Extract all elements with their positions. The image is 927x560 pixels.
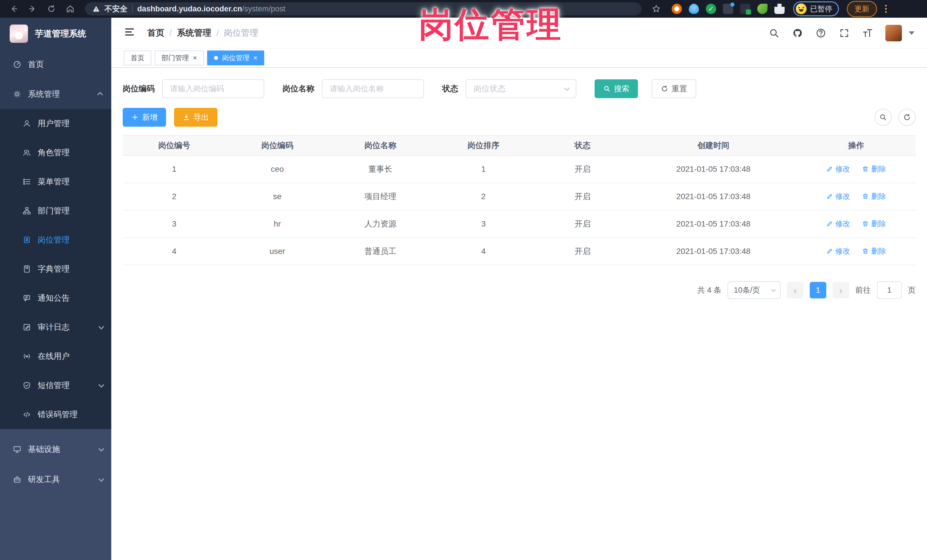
browser-toolbar: 不安全 dashboard.yudao.iocoder.cn/system/po…	[0, 0, 927, 18]
sidebar-item-roles[interactable]: 角色管理	[0, 138, 111, 167]
download-icon	[182, 114, 190, 121]
help-icon[interactable]	[815, 27, 827, 39]
pencil-icon	[826, 247, 833, 255]
sidebar-item-dev-tools[interactable]: 研发工具	[0, 464, 111, 495]
delete-link[interactable]: 删除	[862, 164, 886, 174]
sidebar-item-departments[interactable]: 部门管理	[0, 196, 111, 225]
sms-shield-icon	[22, 381, 31, 390]
tab-departments[interactable]: 部门管理 ×	[155, 50, 204, 65]
audit-log-icon	[22, 323, 31, 332]
font-size-icon[interactable]	[862, 27, 873, 39]
tab-label: 首页	[131, 53, 144, 62]
status-select[interactable]: 岗位状态	[466, 79, 576, 98]
delete-link[interactable]: 删除	[862, 246, 886, 256]
url-text: dashboard.yudao.iocoder.cn/system/post	[137, 4, 285, 14]
table-row: 3 hr 人力资源 3 开启 2021-01-05 17:03:48 修改 删除	[123, 210, 916, 238]
sidebar-item-sms[interactable]: 短信管理	[0, 371, 111, 400]
address-divider	[132, 5, 133, 13]
app-title: 芋道管理系统	[35, 28, 86, 39]
col-post-sort: 岗位排序	[432, 135, 535, 155]
paused-extension-badge[interactable]: 已暂停	[793, 2, 839, 16]
post-name-input[interactable]	[322, 79, 424, 98]
cell-post-name: 普通员工	[329, 238, 432, 265]
gear-icon	[12, 90, 22, 99]
sidebar-item-notice[interactable]: 通知公告	[0, 284, 111, 313]
tab-home[interactable]: 首页	[124, 50, 151, 65]
caret-down-icon[interactable]	[909, 31, 915, 35]
extension-leaf-icon[interactable]	[757, 4, 767, 14]
edit-link[interactable]: 修改	[826, 219, 850, 229]
breadcrumb-home[interactable]: 首页	[147, 27, 164, 39]
export-button[interactable]: 导出	[174, 108, 217, 127]
fullscreen-icon[interactable]	[839, 27, 850, 39]
reset-button-label: 重置	[672, 83, 687, 94]
close-icon[interactable]: ×	[193, 55, 197, 61]
filter-post-name: 岗位名称	[283, 79, 424, 98]
refresh-icon	[661, 85, 668, 93]
sidebar-item-home[interactable]: 首页	[0, 50, 111, 79]
col-post-name: 岗位名称	[329, 135, 432, 155]
app-header: 首页 / 系统管理 / 岗位管理	[111, 18, 927, 49]
cell-post-code: hr	[226, 210, 329, 238]
extension-orange-ring-icon[interactable]	[672, 4, 682, 14]
sidebar-item-dict[interactable]: 字典管理	[0, 255, 111, 284]
app-logo-row[interactable]: 芋道管理系统	[0, 18, 111, 50]
extension-green-check-icon[interactable]: ✓	[706, 4, 716, 14]
next-page-button[interactable]: ›	[833, 282, 849, 298]
cell-created-time: 2021-01-05 17:03:48	[630, 210, 797, 238]
sidebar-item-menus[interactable]: 菜单管理	[0, 167, 111, 196]
edit-link[interactable]: 修改	[826, 246, 850, 256]
post-code-input[interactable]	[162, 79, 264, 98]
avatar[interactable]	[885, 25, 902, 41]
home-icon[interactable]	[62, 2, 78, 16]
cell-post-code: se	[226, 183, 329, 210]
extensions-puzzle-icon[interactable]	[774, 4, 785, 14]
page-jump-input[interactable]	[877, 281, 902, 299]
back-icon[interactable]	[6, 2, 22, 16]
browser-menu-icon[interactable]	[885, 5, 887, 13]
hamburger-icon[interactable]	[124, 27, 135, 39]
sidebar-item-posts[interactable]: 岗位管理	[0, 225, 111, 255]
sidebar-item-online-users[interactable]: 在线用户	[0, 342, 111, 371]
delete-link[interactable]: 删除	[862, 191, 886, 202]
posts-table: 岗位编号 岗位编码 岗位名称 岗位排序 状态 创建时间 操作 1 ceo 董事长	[123, 135, 916, 265]
url-path: /system/post	[242, 5, 286, 13]
address-bar[interactable]: 不安全 dashboard.yudao.iocoder.cn/system/po…	[85, 2, 641, 15]
reload-icon[interactable]	[43, 2, 59, 16]
delete-link[interactable]: 删除	[862, 219, 886, 229]
refresh-table-button[interactable]	[898, 109, 916, 126]
extension-keyboard-icon[interactable]	[723, 4, 733, 14]
sidebar-item-users[interactable]: 用户管理	[0, 109, 111, 138]
reset-button[interactable]: 重置	[652, 79, 696, 98]
forward-icon[interactable]	[24, 2, 41, 16]
sidebar-item-error-codes[interactable]: 错误码管理	[0, 400, 111, 429]
breadcrumb-system[interactable]: 系统管理	[177, 27, 211, 39]
extension-capture-icon[interactable]	[740, 4, 751, 14]
page-size-select[interactable]: 10条/页	[728, 281, 781, 299]
breadcrumb-current: 岗位管理	[224, 27, 258, 39]
filter-post-code: 岗位编码	[123, 79, 264, 98]
toggle-search-button[interactable]	[874, 109, 892, 126]
prev-page-button[interactable]: ‹	[787, 282, 804, 298]
add-button[interactable]: 新增	[123, 108, 166, 127]
paused-label: 已暂停	[810, 4, 832, 14]
cell-status: 开启	[535, 183, 630, 210]
edit-link[interactable]: 修改	[826, 191, 850, 202]
sidebar-item-audit-log[interactable]: 审计日志	[0, 313, 111, 342]
main-area: 首页 / 系统管理 / 岗位管理 首页 部门管理 ×	[111, 18, 927, 560]
extension-blue-pin-icon[interactable]	[689, 4, 699, 14]
page-number-1[interactable]: 1	[810, 282, 826, 298]
cell-post-sort: 4	[432, 238, 535, 265]
table-row: 4 user 普通员工 4 开启 2021-01-05 17:03:48 修改 …	[123, 238, 916, 265]
edit-link[interactable]: 修改	[826, 164, 850, 174]
bookmark-star-icon[interactable]	[648, 2, 664, 16]
sidebar-item-infrastructure[interactable]: 基础设施	[0, 434, 111, 464]
search-icon[interactable]	[768, 27, 780, 39]
sidebar-item-system[interactable]: 系统管理	[0, 79, 111, 109]
search-button[interactable]: 搜索	[594, 79, 638, 98]
close-icon[interactable]: ×	[253, 55, 257, 61]
cell-post-id: 4	[123, 238, 226, 265]
github-icon[interactable]	[792, 27, 803, 39]
browser-update-button[interactable]: 更新	[847, 1, 877, 17]
tab-posts[interactable]: 岗位管理 ×	[207, 50, 264, 65]
